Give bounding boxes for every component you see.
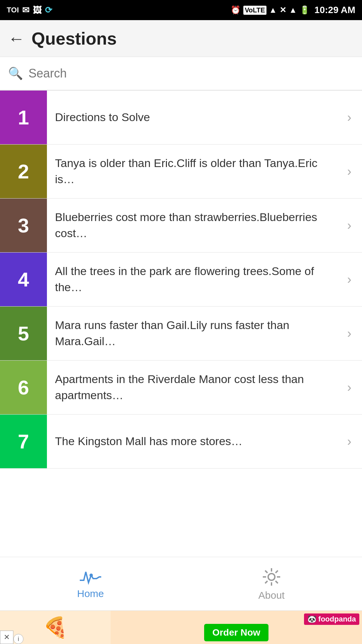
svg-line-8: [276, 571, 278, 573]
svg-line-7: [276, 581, 278, 583]
question-arrow-6: ›: [342, 361, 362, 414]
volte-label: VoLTE: [243, 6, 266, 15]
questions-list: 1Directions to Solve›2Tanya is older tha…: [0, 91, 362, 557]
question-number-6: 6: [0, 361, 47, 414]
question-number-3: 3: [0, 199, 47, 252]
back-button[interactable]: ←: [8, 29, 25, 48]
ad-pizza-right: 🐼 foodpanda Order Now: [111, 611, 362, 644]
order-now-button[interactable]: Order Now: [204, 624, 268, 641]
question-number-4: 4: [0, 253, 47, 306]
question-number-5: 5: [0, 307, 47, 360]
page-title: Questions: [32, 29, 117, 49]
question-item[interactable]: 5Mara runs faster than Gail.Lily runs fa…: [0, 307, 362, 361]
photo-icon: 🖼: [33, 5, 42, 15]
search-input[interactable]: [28, 66, 354, 80]
nav-item-about[interactable]: About: [181, 567, 362, 601]
question-number-7: 7: [0, 415, 47, 468]
ad-close-button[interactable]: ✕: [0, 631, 13, 644]
question-arrow-1: ›: [342, 91, 362, 144]
nav-item-home[interactable]: Home: [0, 569, 181, 599]
question-arrow-5: ›: [342, 307, 362, 360]
question-text-5: Mara runs faster than Gail.Lily runs fas…: [47, 307, 342, 360]
question-item[interactable]: 6Apartments in the Riverdale Manor cost …: [0, 361, 362, 415]
battery-icon: 🔋: [300, 5, 310, 15]
gmail-icon: ✉: [22, 5, 29, 15]
question-arrow-7: ›: [342, 415, 362, 468]
question-arrow-4: ›: [342, 253, 362, 306]
question-number-2: 2: [0, 145, 47, 198]
question-item[interactable]: 7The Kingston Mall has more stores…›: [0, 415, 362, 469]
nav-label-about: About: [258, 590, 285, 601]
status-bar-right: ⏰ VoLTE ▲ ✕ ▲ 🔋 10:29 AM: [231, 5, 355, 15]
app-bar: ← Questions: [0, 20, 362, 57]
ad-banner: ✕ i 🍕 🐼 foodpanda Order Now: [0, 610, 362, 644]
search-bar: 🔍: [0, 57, 362, 91]
question-text-1: Directions to Solve: [47, 91, 342, 144]
question-text-2: Tanya is older than Eric.Cliff is older …: [47, 145, 342, 198]
wifi-icon: ▲: [269, 5, 277, 15]
search-icon: 🔍: [8, 66, 23, 80]
question-text-4: All the trees in the park are flowering …: [47, 253, 342, 306]
toi-icon: TOI: [7, 6, 19, 14]
question-number-1: 1: [0, 91, 47, 144]
foodpanda-logo: 🐼 foodpanda: [304, 613, 359, 625]
svg-point-1: [268, 574, 275, 580]
svg-point-0: [89, 574, 93, 577]
time-display: 10:29 AM: [314, 5, 355, 15]
foodpanda-brand: foodpanda: [318, 615, 356, 624]
svg-line-9: [265, 581, 267, 583]
bottom-nav: Home About: [0, 557, 362, 610]
nav-label-home: Home: [77, 588, 104, 599]
question-item[interactable]: 1Directions to Solve›: [0, 91, 362, 145]
home-activity-icon: [80, 569, 101, 585]
signal-icon: ▲: [289, 5, 297, 15]
question-item[interactable]: 2Tanya is older than Eric.Cliff is older…: [0, 145, 362, 199]
question-arrow-3: ›: [342, 199, 362, 252]
svg-line-6: [265, 571, 267, 573]
question-item[interactable]: 4All the trees in the park are flowering…: [0, 253, 362, 307]
question-text-6: Apartments in the Riverdale Manor cost l…: [47, 361, 342, 414]
ad-info-button[interactable]: i: [13, 634, 23, 644]
sync-icon: ⟳: [45, 5, 52, 15]
signal-x-icon: ✕: [280, 5, 286, 15]
ad-content: 🍕 🐼 foodpanda Order Now: [0, 611, 362, 644]
question-text-7: The Kingston Mall has more stores…: [47, 415, 342, 468]
foodpanda-icon: 🐼: [307, 615, 316, 624]
question-text-3: Blueberries cost more than strawberries.…: [47, 199, 342, 252]
about-gear-icon: [261, 567, 282, 587]
question-item[interactable]: 3Blueberries cost more than strawberries…: [0, 199, 362, 253]
status-bar-left: TOI ✉ 🖼 ⟳: [7, 5, 52, 15]
status-bar: TOI ✉ 🖼 ⟳ ⏰ VoLTE ▲ ✕ ▲ 🔋 10:29 AM: [0, 0, 362, 20]
question-arrow-2: ›: [342, 145, 362, 198]
alarm-icon: ⏰: [231, 5, 241, 15]
